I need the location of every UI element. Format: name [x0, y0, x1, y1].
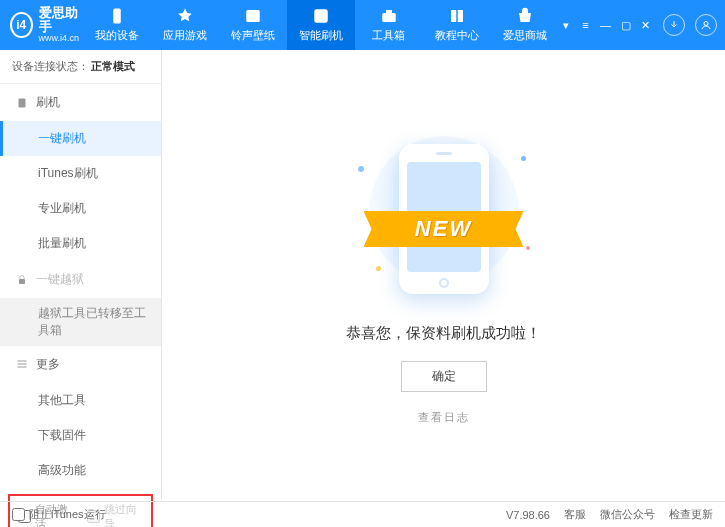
nav-tabs: 我的设备 应用游戏 铃声壁纸 智能刷机 工具箱 教程中心 爱思商城 — [83, 0, 559, 50]
main-content: NEW 恭喜您，保资料刷机成功啦！ 确定 查看日志 — [162, 50, 725, 501]
svg-rect-10 — [18, 367, 27, 368]
logo-area: i4 爱思助手 www.i4.cn — [10, 6, 83, 44]
footer-link-wechat[interactable]: 微信公众号 — [600, 507, 655, 522]
tab-store[interactable]: 爱思商城 — [491, 0, 559, 50]
sidebar: 设备连接状态： 正常模式 刷机 一键刷机 iTunes刷机 专业刷机 批量刷机 … — [0, 50, 162, 501]
menu-icon[interactable]: ▾ — [559, 18, 573, 32]
group-label: 刷机 — [36, 94, 60, 111]
group-jailbreak: 一键越狱 — [0, 261, 161, 298]
status-label: 设备连接状态： — [12, 59, 89, 74]
group-more[interactable]: 更多 — [0, 346, 161, 383]
tab-apps-games[interactable]: 应用游戏 — [151, 0, 219, 50]
tab-my-device[interactable]: 我的设备 — [83, 0, 151, 50]
view-log-link[interactable]: 查看日志 — [418, 410, 470, 425]
image-icon — [244, 7, 262, 25]
status-value: 正常模式 — [91, 59, 135, 74]
tab-label: 我的设备 — [95, 28, 139, 43]
window-controls: ▾ ≡ — ▢ ✕ — [559, 14, 717, 36]
grid-icon[interactable]: ≡ — [579, 18, 593, 32]
store-icon — [516, 7, 534, 25]
tab-ringtones[interactable]: 铃声壁纸 — [219, 0, 287, 50]
svg-point-5 — [704, 22, 708, 26]
checkbox-label: 阻止iTunes运行 — [29, 507, 106, 522]
tab-label: 工具箱 — [372, 28, 405, 43]
more-icon — [16, 358, 28, 370]
svg-rect-4 — [386, 10, 392, 13]
svg-rect-2 — [314, 9, 328, 23]
sidebar-item-advanced[interactable]: 高级功能 — [0, 453, 161, 488]
svg-rect-0 — [113, 9, 121, 24]
svg-rect-3 — [382, 13, 396, 22]
sidebar-item-jailbreak-moved[interactable]: 越狱工具已转移至工具箱 — [0, 298, 161, 346]
svg-rect-6 — [19, 98, 26, 107]
success-illustration: NEW — [354, 126, 534, 306]
flash-icon — [312, 7, 330, 25]
user-btn[interactable] — [695, 14, 717, 36]
title-bar: i4 爱思助手 www.i4.cn 我的设备 应用游戏 铃声壁纸 智能刷机 工具… — [0, 0, 725, 50]
close-btn[interactable]: ✕ — [639, 18, 653, 32]
sidebar-item-download-firmware[interactable]: 下载固件 — [0, 418, 161, 453]
logo-icon: i4 — [10, 12, 33, 38]
phone-icon — [108, 7, 126, 25]
group-label: 一键越狱 — [36, 271, 84, 288]
svg-rect-9 — [18, 364, 27, 365]
app-title: 爱思助手 — [39, 6, 83, 35]
svg-rect-7 — [19, 279, 25, 284]
group-flash[interactable]: 刷机 — [0, 84, 161, 121]
book-icon — [448, 7, 466, 25]
tab-toolbox[interactable]: 工具箱 — [355, 0, 423, 50]
maximize-btn[interactable]: ▢ — [619, 18, 633, 32]
svg-rect-8 — [18, 361, 27, 362]
tab-smart-flash[interactable]: 智能刷机 — [287, 0, 355, 50]
tab-label: 教程中心 — [435, 28, 479, 43]
version-label: V7.98.66 — [506, 509, 550, 521]
ok-button[interactable]: 确定 — [401, 361, 487, 392]
success-message: 恭喜您，保资料刷机成功啦！ — [346, 324, 541, 343]
minimize-btn[interactable]: — — [599, 18, 613, 32]
footer-bar: 阻止iTunes运行 V7.98.66 客服 微信公众号 检查更新 — [0, 501, 725, 527]
tab-label: 应用游戏 — [163, 28, 207, 43]
footer-link-support[interactable]: 客服 — [564, 507, 586, 522]
flash-group-icon — [16, 97, 28, 109]
checkbox-block-itunes[interactable]: 阻止iTunes运行 — [12, 507, 106, 522]
sidebar-item-other-tools[interactable]: 其他工具 — [0, 383, 161, 418]
device-status: 设备连接状态： 正常模式 — [0, 50, 161, 84]
apps-icon — [176, 7, 194, 25]
sidebar-item-oneclick-flash[interactable]: 一键刷机 — [0, 121, 161, 156]
svg-rect-1 — [246, 10, 260, 22]
toolbox-icon — [380, 7, 398, 25]
tab-tutorials[interactable]: 教程中心 — [423, 0, 491, 50]
footer-link-update[interactable]: 检查更新 — [669, 507, 713, 522]
sidebar-item-pro-flash[interactable]: 专业刷机 — [0, 191, 161, 226]
tab-label: 爱思商城 — [503, 28, 547, 43]
sidebar-item-itunes-flash[interactable]: iTunes刷机 — [0, 156, 161, 191]
group-label: 更多 — [36, 356, 60, 373]
sidebar-item-batch-flash[interactable]: 批量刷机 — [0, 226, 161, 261]
lock-icon — [16, 274, 28, 286]
app-url: www.i4.cn — [39, 34, 83, 44]
tab-label: 铃声壁纸 — [231, 28, 275, 43]
new-banner: NEW — [364, 211, 524, 247]
download-btn[interactable] — [663, 14, 685, 36]
checkbox-input[interactable] — [12, 508, 25, 521]
tab-label: 智能刷机 — [299, 28, 343, 43]
